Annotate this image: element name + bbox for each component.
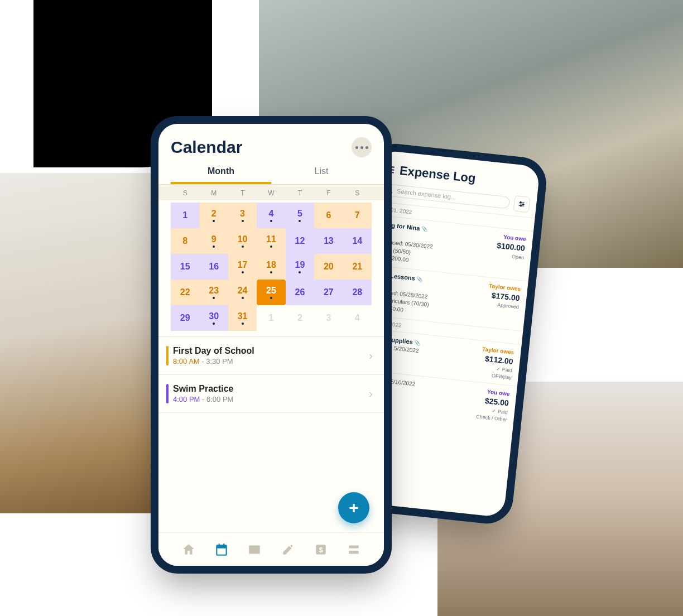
calendar-day[interactable]: 27 xyxy=(314,280,343,305)
calendar-day[interactable]: 19 xyxy=(286,254,314,280)
event-item[interactable]: Swim Practice4:00 PM - 6:00 PM› xyxy=(158,375,384,413)
calendar-day[interactable]: 20 xyxy=(314,254,343,280)
svg-point-7 xyxy=(520,205,522,206)
dow-thu: T xyxy=(286,189,314,197)
event-color-bar xyxy=(166,384,169,403)
dow-tue: T xyxy=(228,189,257,197)
calendar-day[interactable]: 2 xyxy=(286,305,314,331)
dow-wed: W xyxy=(257,189,285,197)
calendar-day[interactable]: 17 xyxy=(228,254,257,280)
svg-rect-2 xyxy=(349,545,359,548)
calendar-day[interactable]: 2 xyxy=(199,203,228,228)
chevron-right-icon: › xyxy=(369,387,373,400)
mail-icon[interactable] xyxy=(247,542,262,557)
svg-rect-3 xyxy=(349,551,359,554)
filter-button[interactable] xyxy=(513,196,531,213)
calendar-day[interactable]: 23 xyxy=(199,280,228,305)
more-options-button[interactable] xyxy=(352,137,372,157)
calendar-day[interactable]: 22 xyxy=(171,280,199,305)
calendar-day[interactable]: 18 xyxy=(257,254,285,280)
calendar-day[interactable]: 14 xyxy=(343,228,372,254)
calendar-day[interactable]: 4 xyxy=(343,305,372,331)
dollar-icon[interactable]: $ xyxy=(314,542,328,557)
svg-text:$: $ xyxy=(319,546,323,554)
calendar-phone: Calendar Month List S M T W T F S 123456… xyxy=(151,116,392,574)
event-color-bar xyxy=(166,346,169,365)
calendar-day[interactable]: 3 xyxy=(228,203,257,228)
calendar-day[interactable]: 7 xyxy=(343,203,372,228)
attachment-icon: 📎 xyxy=(416,276,423,282)
calendar-day[interactable]: 10 xyxy=(228,228,257,254)
calendar-day[interactable]: 28 xyxy=(343,280,372,305)
home-icon[interactable] xyxy=(181,542,196,557)
dow-fri: F xyxy=(314,189,343,197)
calendar-title: Calendar xyxy=(171,138,242,157)
event-time: 4:00 PM - 6:00 PM xyxy=(173,395,234,403)
event-time: 8:00 AM - 3:30 PM xyxy=(173,357,254,365)
calendar-grid: 1234567891011121314151617181920212223242… xyxy=(158,200,384,336)
sliders-icon xyxy=(517,200,526,208)
calendar-icon[interactable] xyxy=(214,542,229,557)
event-title: First Day of School xyxy=(173,346,254,356)
calendar-day[interactable]: 13 xyxy=(314,228,343,254)
bottom-nav: $ xyxy=(158,532,384,566)
cards-icon[interactable] xyxy=(347,542,361,557)
events-list: First Day of School8:00 AM - 3:30 PM›Swi… xyxy=(158,336,384,413)
calendar-day[interactable]: 29 xyxy=(171,305,199,331)
calendar-day[interactable]: 3 xyxy=(314,305,343,331)
calendar-day[interactable]: 1 xyxy=(257,305,285,331)
calendar-day[interactable]: 31 xyxy=(228,305,257,331)
calendar-day[interactable]: 21 xyxy=(343,254,372,280)
search-placeholder: Search expense log... xyxy=(397,187,456,200)
svg-point-6 xyxy=(522,204,524,205)
calendar-day[interactable]: 25 xyxy=(257,280,285,305)
svg-point-5 xyxy=(520,201,522,203)
dow-sat: S xyxy=(343,189,372,197)
dow-sun: S xyxy=(171,189,199,197)
calendar-day[interactable]: 4 xyxy=(257,203,285,228)
calendar-day[interactable]: 16 xyxy=(199,254,228,280)
add-event-button[interactable]: + xyxy=(338,492,369,523)
attachment-icon: 📎 xyxy=(421,226,428,232)
calendar-day[interactable]: 15 xyxy=(171,254,199,280)
calendar-tabs: Month List xyxy=(158,162,384,185)
calendar-day[interactable]: 30 xyxy=(199,305,228,331)
calendar-day[interactable]: 5 xyxy=(286,203,314,228)
weekday-header: S M T W T F S xyxy=(158,185,384,200)
calendar-day[interactable]: 1 xyxy=(171,203,199,228)
calendar-day[interactable]: 12 xyxy=(286,228,314,254)
calendar-day[interactable]: 11 xyxy=(257,228,285,254)
event-title: Swim Practice xyxy=(173,384,234,394)
tab-month[interactable]: Month xyxy=(171,162,271,184)
edit-icon[interactable] xyxy=(281,542,295,557)
calendar-day[interactable]: 8 xyxy=(171,228,199,254)
tab-list[interactable]: List xyxy=(271,162,372,184)
calendar-day[interactable]: 6 xyxy=(314,203,343,228)
chevron-right-icon: › xyxy=(369,349,373,362)
expense-title: Expense Log xyxy=(399,163,477,186)
attachment-icon: 📎 xyxy=(414,340,421,346)
dow-mon: M xyxy=(199,189,228,197)
event-item[interactable]: First Day of School8:00 AM - 3:30 PM› xyxy=(158,337,384,375)
calendar-day[interactable]: 24 xyxy=(228,280,257,305)
calendar-day[interactable]: 9 xyxy=(199,228,228,254)
calendar-day[interactable]: 26 xyxy=(286,280,314,305)
